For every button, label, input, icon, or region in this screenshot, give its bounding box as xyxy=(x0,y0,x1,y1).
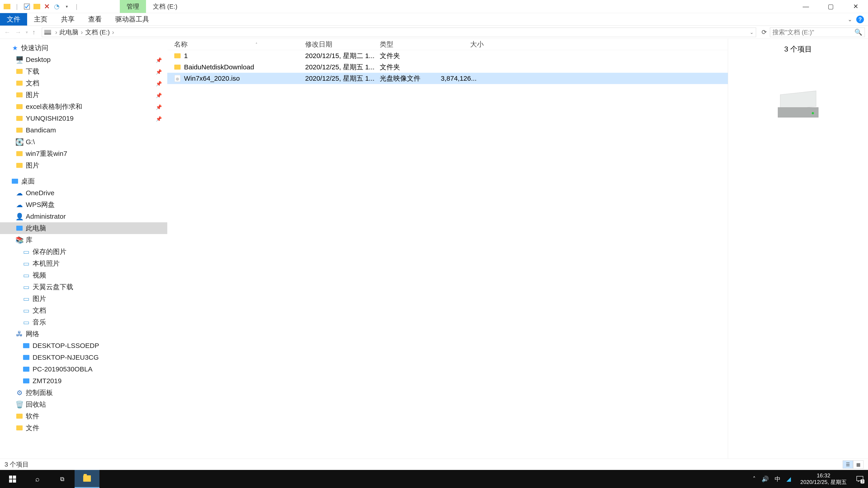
status-bar: 3 个项目 ☰ ▦ xyxy=(0,459,868,470)
nav-qa-gdrive[interactable]: 💽G:\ xyxy=(0,136,167,148)
crumb-chevron-icon[interactable]: › xyxy=(79,29,85,36)
col-type[interactable]: 类型 xyxy=(380,40,441,49)
refresh-icon[interactable]: ⟳ xyxy=(758,29,770,36)
thumbnails-view-button[interactable]: ▦ xyxy=(853,460,864,468)
ime-indicator[interactable]: 中 xyxy=(775,475,780,483)
col-date[interactable]: 修改日期 xyxy=(305,40,380,49)
file-row[interactable]: Win7x64_2020.iso 2020/12/25, 星期五 1... 光盘… xyxy=(167,73,728,84)
svg-rect-4 xyxy=(44,33,51,35)
file-list[interactable]: 名称˄ 修改日期 类型 大小 1 2020/12/15, 星期二 1... 文件… xyxy=(167,39,728,459)
nav-lib-music[interactable]: ▭音乐 xyxy=(0,316,167,328)
ribbon-expand-icon[interactable]: ⌄ xyxy=(848,16,852,23)
tab-drive-tools[interactable]: 驱动器工具 xyxy=(108,13,156,26)
tab-share[interactable]: 共享 xyxy=(54,13,81,26)
minimize-button[interactable]: — xyxy=(794,0,818,13)
onedrive-icon: ☁ xyxy=(16,189,23,197)
maximize-button[interactable]: ▢ xyxy=(818,0,843,13)
col-name[interactable]: 名称˄ xyxy=(174,40,305,49)
col-size[interactable]: 大小 xyxy=(441,40,488,49)
nav-software[interactable]: 软件 xyxy=(0,410,167,422)
nav-qa-downloads[interactable]: 下载📌 xyxy=(0,66,167,77)
nav-recycle[interactable]: 🗑️回收站 xyxy=(0,398,167,410)
file-row[interactable]: 1 2020/12/15, 星期二 1... 文件夹 xyxy=(167,50,728,61)
tab-home[interactable]: 主页 xyxy=(27,13,54,26)
qat-dropdown-icon[interactable]: ▾ xyxy=(63,3,70,10)
nav-onedrive[interactable]: ☁OneDrive xyxy=(0,187,167,199)
start-button[interactable] xyxy=(0,470,25,488)
nav-label: 保存的图片 xyxy=(33,247,66,256)
taskbar-file-explorer[interactable] xyxy=(74,470,99,488)
nav-admin[interactable]: 👤Administrator xyxy=(0,210,167,222)
breadcrumb-bar[interactable]: › 此电脑 › 文档 (E:) › ⌄ xyxy=(42,28,756,37)
quick-access-toolbar: | ✕ ◔ ▾ | xyxy=(0,3,84,10)
crumb-chevron-icon[interactable]: › xyxy=(53,29,59,36)
svg-rect-2 xyxy=(33,4,40,9)
lib-icon: ▭ xyxy=(23,248,30,255)
tab-file[interactable]: 文件 xyxy=(0,13,27,26)
crumb-current[interactable]: 文档 (E:) xyxy=(85,28,110,37)
nav-net-1[interactable]: DESKTOP-LSSOEDP xyxy=(0,340,167,352)
search-button[interactable]: ⌕ xyxy=(25,470,50,488)
nav-label: excel表格制作求和 xyxy=(26,102,82,111)
nav-qa-win7[interactable]: win7重装win7 xyxy=(0,148,167,160)
tray-app-icon[interactable]: ◢ xyxy=(786,476,791,483)
nav-qa-bandicam[interactable]: Bandicam xyxy=(0,124,167,136)
action-center-icon[interactable]: 3 xyxy=(856,475,864,483)
nav-back-icon[interactable]: ← xyxy=(4,29,10,36)
tray-overflow-icon[interactable]: ˄ xyxy=(753,476,756,483)
taskbar-clock[interactable]: 16:32 2020/12/25, 星期五 xyxy=(797,473,850,486)
nav-qa-excel[interactable]: excel表格制作求和📌 xyxy=(0,101,167,112)
addr-dropdown-icon[interactable]: ⌄ xyxy=(750,30,754,35)
context-tab-manage[interactable]: 管理 xyxy=(120,0,146,13)
svg-point-6 xyxy=(176,77,179,80)
crumb-chevron-icon[interactable]: › xyxy=(110,29,116,36)
nav-up-icon[interactable]: ↑ xyxy=(32,29,35,36)
nav-forward-icon[interactable]: → xyxy=(15,29,21,36)
lib-icon: ▭ xyxy=(23,271,30,279)
nav-qa-yunqishi[interactable]: YUNQISHI2019📌 xyxy=(0,112,167,124)
nav-net-4[interactable]: ZMT2019 xyxy=(0,375,167,387)
qat-checkbox-icon[interactable] xyxy=(23,3,31,10)
search-input[interactable]: 搜索"文档 (E:)" 🔍 xyxy=(770,28,865,37)
notification-badge: 3 xyxy=(861,480,864,484)
nav-libraries[interactable]: 📚库 xyxy=(0,234,167,246)
nav-label: ZMT2019 xyxy=(33,377,61,385)
nav-qa-pictures2[interactable]: 图片 xyxy=(0,160,167,171)
nav-lib-savedpics[interactable]: ▭保存的图片 xyxy=(0,246,167,258)
help-icon[interactable]: ? xyxy=(856,15,864,23)
nav-qa-documents[interactable]: 文档📌 xyxy=(0,77,167,89)
nav-history-dropdown-icon[interactable]: ▾ xyxy=(26,30,28,35)
nav-quick-access[interactable]: ★ 快速访问 xyxy=(0,42,167,54)
clock-date: 2020/12/25, 星期五 xyxy=(800,479,847,486)
nav-lib-pictures[interactable]: ▭图片 xyxy=(0,293,167,304)
pin-icon: 📌 xyxy=(156,93,162,98)
nav-qa-pictures[interactable]: 图片📌 xyxy=(0,89,167,101)
folder-icon xyxy=(16,424,23,431)
details-view-button[interactable]: ☰ xyxy=(843,460,853,468)
file-row[interactable]: BaiduNetdiskDownload 2020/12/25, 星期五 1..… xyxy=(167,61,728,73)
nav-wps[interactable]: ☁WPS网盘 xyxy=(0,199,167,210)
nav-lib-localpics[interactable]: ▭本机照片 xyxy=(0,258,167,269)
qat-newfolder-icon[interactable] xyxy=(33,3,41,10)
nav-desktop[interactable]: 桌面 xyxy=(0,175,167,187)
close-button[interactable]: ✕ xyxy=(843,0,868,13)
nav-lib-video[interactable]: ▭视频 xyxy=(0,269,167,281)
nav-net-3[interactable]: PC-20190530OBLA xyxy=(0,363,167,375)
nav-lib-docs[interactable]: ▭文档 xyxy=(0,304,167,316)
nav-net-2[interactable]: DESKTOP-NJEU3CG xyxy=(0,352,167,363)
volume-icon[interactable]: 🔊 xyxy=(762,476,769,483)
nav-qa-desktop[interactable]: 🖥️Desktop📌 xyxy=(0,54,167,66)
crumb-root[interactable]: 此电脑 xyxy=(59,28,79,37)
search-icon[interactable]: 🔍 xyxy=(855,29,862,36)
nav-files[interactable]: 文件 xyxy=(0,422,167,434)
task-view-button[interactable]: ⧉ xyxy=(50,470,74,488)
nav-network[interactable]: 🖧网络 xyxy=(0,328,167,340)
navigation-pane[interactable]: ★ 快速访问 🖥️Desktop📌 下载📌 文档📌 图片📌 excel表格制作求… xyxy=(0,39,167,459)
qat-properties-icon[interactable]: ◔ xyxy=(53,3,61,10)
nav-lib-tianyi[interactable]: ▭天翼云盘下载 xyxy=(0,281,167,293)
qat-delete-icon[interactable]: ✕ xyxy=(43,3,51,10)
system-tray: ˄ 🔊 中 ◢ 16:32 2020/12/25, 星期五 3 xyxy=(753,473,868,486)
tab-view[interactable]: 查看 xyxy=(81,13,108,26)
nav-control-panel[interactable]: ⚙控制面板 xyxy=(0,387,167,398)
nav-this-pc[interactable]: 此电脑 xyxy=(0,222,167,234)
